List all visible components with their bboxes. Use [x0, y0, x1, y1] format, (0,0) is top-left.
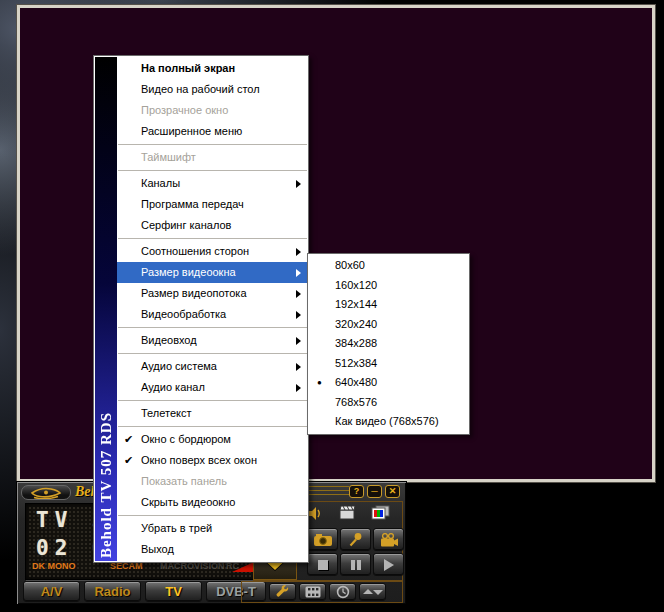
- video-camera-icon: [379, 533, 399, 547]
- close-button[interactable]: ✕: [385, 485, 400, 498]
- submenu-arrow-icon: [296, 337, 301, 345]
- app-logo-button[interactable]: [21, 485, 71, 500]
- settings-button[interactable]: [269, 583, 296, 601]
- menu-separator: [118, 515, 307, 516]
- submenu-arrow-icon: [296, 384, 301, 392]
- checkmark-icon: ✔: [124, 450, 133, 471]
- timer-icon: [336, 585, 350, 599]
- menu-item-timeshift: Таймшифт: [117, 147, 308, 168]
- submenu-arrow-icon: [296, 269, 301, 277]
- menu-banner: Behold TV 507 RDS: [95, 57, 117, 561]
- menu-item-video-processing[interactable]: Видеообработка: [117, 304, 308, 325]
- context-menu: Behold TV 507 RDS На полный экран Видео …: [93, 55, 309, 563]
- submenu-arrow-icon: [296, 290, 301, 298]
- wrench-icon: [275, 585, 290, 600]
- submenu-arrow-icon: [296, 363, 301, 371]
- colorbars-icon[interactable]: [371, 505, 390, 520]
- menu-item-minimize-to-tray[interactable]: Убрать в трей: [117, 518, 308, 539]
- menu-item-window-with-border[interactable]: ✔Окно с бордюром: [117, 429, 308, 450]
- stop-button[interactable]: [307, 553, 338, 576]
- submenu-item-640x480[interactable]: ●640x480: [308, 373, 469, 393]
- menu-separator: [118, 400, 307, 401]
- minimize-button[interactable]: ─: [367, 485, 382, 498]
- mode-button-av[interactable]: A/V: [23, 581, 80, 602]
- submenu-arrow-icon: [296, 180, 301, 188]
- film-icon: [305, 586, 321, 598]
- pause-icon: [351, 560, 361, 570]
- submenu-item-768x576[interactable]: 768x576: [308, 393, 469, 413]
- menu-separator: [118, 353, 307, 354]
- menu-item-video-on-desktop[interactable]: Видео на рабочий стол: [117, 79, 308, 100]
- menu-item-show-panel: Показать панель: [117, 471, 308, 492]
- microphone-icon: [348, 532, 363, 547]
- menu-separator: [118, 170, 307, 171]
- up-arrow-icon: [363, 589, 373, 594]
- play-icon: [384, 559, 394, 571]
- submenu-item-320x240[interactable]: 320x240: [308, 315, 469, 335]
- clapperboard-icon[interactable]: [339, 505, 356, 520]
- speaker-icon[interactable]: [307, 506, 323, 521]
- submenu-item-80x60[interactable]: 80x60: [308, 256, 469, 276]
- video-files-button[interactable]: [299, 583, 326, 601]
- pause-button[interactable]: [340, 553, 371, 576]
- submenu-arrow-icon: [296, 311, 301, 319]
- audio-record-button[interactable]: [340, 528, 371, 551]
- down-arrow-icon: [373, 590, 383, 595]
- video-size-submenu: 80x60 160x120 192x144 320x240 384x288 51…: [307, 253, 470, 435]
- submenu-arrow-icon: [296, 248, 301, 256]
- submenu-item-192x144[interactable]: 192x144: [308, 295, 469, 315]
- checkmark-icon: ✔: [124, 429, 133, 450]
- menu-separator: [118, 327, 307, 328]
- menu-item-video-input[interactable]: Видеовход: [117, 330, 308, 351]
- menu-item-program-guide[interactable]: Программа передач: [117, 194, 308, 215]
- menu-item-audio-channel[interactable]: Аудио канал: [117, 377, 308, 398]
- menu-item-channel-surfing[interactable]: Серфинг каналов: [117, 215, 308, 236]
- mode-button-radio[interactable]: Radio: [84, 581, 141, 602]
- menu-banner-text: Behold TV 507 RDS: [98, 412, 115, 561]
- menu-item-window-on-top[interactable]: ✔Окно поверх всех окон: [117, 450, 308, 471]
- menu-item-exit[interactable]: Выход: [117, 539, 308, 560]
- submenu-item-384x288[interactable]: 384x288: [308, 334, 469, 354]
- menu-item-video-stream-size[interactable]: Размер видеопотока: [117, 283, 308, 304]
- snapshot-button[interactable]: [307, 528, 338, 551]
- submenu-item-512x384[interactable]: 512x384: [308, 354, 469, 374]
- mode-button-tv[interactable]: TV: [145, 581, 202, 602]
- menu-item-hide-video-window[interactable]: Скрыть видеоокно: [117, 492, 308, 513]
- menu-item-extended-menu[interactable]: Расширенное меню: [117, 121, 308, 142]
- menu-item-aspect-ratio[interactable]: Соотношения сторон: [117, 241, 308, 262]
- photo-camera-icon: [313, 533, 333, 547]
- help-button[interactable]: ?: [349, 485, 364, 498]
- menu-item-video-window-size[interactable]: Размер видеоокна: [117, 262, 308, 283]
- behold-eye-logo-icon: [29, 487, 63, 499]
- selected-bullet-icon: ●: [317, 373, 322, 393]
- signal-strength-icon: [232, 562, 254, 572]
- desktop: Behold TV ? ─ ✕ TV 3 02 07 DK MONO SECAM…: [0, 0, 664, 612]
- video-record-button[interactable]: [373, 528, 404, 551]
- play-button[interactable]: [373, 553, 404, 576]
- stop-icon: [318, 560, 328, 570]
- menu-separator: [118, 426, 307, 427]
- menu-item-audio-system[interactable]: Аудио система: [117, 356, 308, 377]
- menu-item-transparent-window: Прозрачное окно: [117, 100, 308, 121]
- channel-updown-button[interactable]: [359, 583, 386, 601]
- status-audio-mode: DK MONO: [32, 561, 76, 571]
- menu-item-channels[interactable]: Каналы: [117, 173, 308, 194]
- submenu-item-as-video[interactable]: Как видео (768x576): [308, 412, 469, 432]
- menu-item-fullscreen[interactable]: На полный экран: [117, 58, 308, 79]
- scheduler-button[interactable]: [329, 583, 356, 601]
- menu-separator: [118, 144, 307, 145]
- menu-item-teletext[interactable]: Телетекст: [117, 403, 308, 424]
- menu-separator: [118, 238, 307, 239]
- submenu-item-160x120[interactable]: 160x120: [308, 276, 469, 296]
